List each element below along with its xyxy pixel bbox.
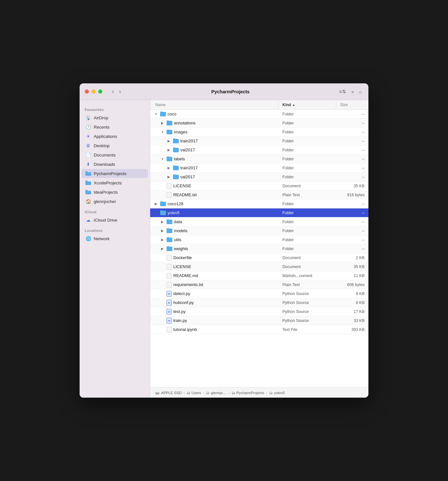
col-size-header[interactable]: Size [336,100,368,109]
toggle-icon[interactable] [160,192,165,198]
toggle-icon[interactable]: ▾ [160,130,165,135]
toggle-icon[interactable]: ▶ [166,165,171,171]
toggle-icon[interactable]: ▶ [160,121,165,126]
file-icon [167,192,172,198]
sidebar-item-label: iCloud Drive [94,218,117,223]
file-name-text: coco [168,112,176,116]
sidebar-item-icloud-drive[interactable]: ☁ iCloud Drive [82,215,148,224]
table-row[interactable]: ▾cocoFolder-- [150,110,368,119]
sidebar-item-recents[interactable]: 🕐 Recents [82,122,148,131]
recents-icon: 🕐 [85,124,91,130]
file-name-text: README.md [173,273,198,278]
table-row[interactable]: ▶dataFolder-- [150,217,368,226]
toggle-icon[interactable] [160,264,165,269]
toggle-icon[interactable]: ▶ [166,139,171,144]
search-icon[interactable]: ⌕ [358,88,363,96]
toggle-icon[interactable]: ▶ [160,219,165,224]
toggle-icon[interactable] [160,309,165,314]
sidebar-item-applications[interactable]: ✈ Applications [82,132,148,141]
breadcrumb-sep: › [184,391,185,395]
toggle-icon[interactable]: ▶ [160,246,165,251]
table-row[interactable]: ▶val2017Folder-- [150,173,368,181]
table-row[interactable]: requirements.txtPlain Text606 bytes [150,280,368,289]
kind-cell: Folder [279,112,336,116]
toggle-icon[interactable]: ▶ [153,201,159,207]
table-row[interactable]: ▶train2017Folder-- [150,164,368,173]
sidebar-item-desktop[interactable]: 🖥 Desktop [82,141,148,150]
table-row[interactable]: pyhubconf.pyPython Source6 KB [150,298,368,307]
col-kind-header[interactable]: Kind ▲ [279,100,336,109]
folder-icon [173,148,179,152]
content-area: Favourites 📡 AirDrop 🕐 Recents ✈ Applica… [80,100,368,398]
toggle-icon[interactable] [160,318,165,323]
table-row[interactable]: DockerfileDocument2 KB [150,253,368,262]
table-row[interactable]: LICENSEDocument35 KB [150,181,368,190]
table-row[interactable]: README.mdMarkdo...cument11 KB [150,271,368,280]
sidebar-item-downloads[interactable]: ⬇ Downloads [82,160,148,169]
toggle-icon[interactable]: ▶ [160,237,165,242]
toggle-icon[interactable]: ▾ [153,210,159,215]
folder-icon [167,238,172,242]
file-name-text: Dockerfile [173,255,192,260]
toggle-icon[interactable]: ▶ [160,228,165,233]
sidebar-item-glennjocher[interactable]: 🏠 glennjocher [82,197,148,206]
kind-cell: Markdo...cument [279,274,336,278]
desktop-icon: 🖥 [85,143,91,148]
table-row[interactable]: ▶annotationsFolder-- [150,119,368,128]
sidebar-item-airdrop[interactable]: 📡 AirDrop [82,113,148,122]
table-row[interactable]: ▾yolov5Folder-- [150,208,368,217]
size-cell: 35 KB [336,184,368,188]
table-row[interactable]: ▾imagesFolder-- [150,128,368,137]
table-row[interactable]: pytest.pyPython Source17 KB [150,307,368,316]
table-row[interactable]: ▶train2017Folder-- [150,137,368,146]
table-row[interactable]: ▶utilsFolder-- [150,235,368,244]
col-name-header[interactable]: Name [150,100,279,109]
close-button[interactable] [85,89,89,94]
table-row[interactable]: LICENSEDocument35 KB [150,262,368,271]
table-row[interactable]: tutorial.ipynbText File393 KB [150,325,368,334]
size-cell: -- [336,130,368,134]
size-cell: -- [336,211,368,215]
toggle-icon[interactable] [160,183,165,189]
toggle-icon[interactable]: ▾ [153,112,159,117]
python-file-icon: py [167,318,172,324]
file-list: ▾cocoFolder--▶annotationsFolder--▾images… [150,110,368,387]
toggle-icon[interactable]: ▶ [166,174,171,180]
more-options-icon[interactable]: » [350,88,355,96]
sidebar-item-pycharmprojects[interactable]: PycharmProjects [82,169,148,178]
toggle-icon[interactable]: ▶ [166,148,171,153]
toggle-icon[interactable]: ▾ [160,156,165,162]
sort-arrow-icon: ▲ [292,103,295,106]
size-cell: -- [336,157,368,161]
toggle-icon[interactable] [160,273,165,278]
minimize-button[interactable] [91,89,96,94]
file-name-text: coco128 [168,201,183,206]
table-row[interactable]: ▶weightsFolder-- [150,244,368,253]
sidebar-item-label: Documents [94,153,116,157]
size-cell: 33 KB [336,318,368,323]
toggle-icon[interactable] [160,255,165,260]
sidebar-item-documents[interactable]: 📄 Documents [82,150,148,159]
sidebar-item-xcodeprojects[interactable]: XcodeProjects [82,178,148,187]
sidebar-item-ideaprojects[interactable]: IdeaProjects [82,188,148,197]
size-cell: -- [336,166,368,170]
forward-button[interactable]: › [117,88,123,96]
toggle-icon[interactable] [160,291,165,296]
file-icon [167,255,172,261]
table-row[interactable]: ▶val2017Folder-- [150,146,368,155]
toggle-icon[interactable] [160,282,165,287]
toggle-icon[interactable] [160,300,165,305]
maximize-button[interactable] [98,89,102,94]
table-row[interactable]: ▶modelsFolder-- [150,226,368,235]
name-cell: ▶weights [150,246,279,251]
table-row[interactable]: ▶coco128Folder-- [150,199,368,208]
table-row[interactable]: ▾labelsFolder-- [150,155,368,164]
table-row[interactable]: pytrain.pyPython Source33 KB [150,316,368,325]
size-cell: 916 bytes [336,193,368,197]
back-button[interactable]: ‹ [110,88,116,96]
sidebar-item-network[interactable]: 🌐 Network [82,234,148,243]
table-row[interactable]: pydetect.pyPython Source8 KB [150,289,368,298]
toggle-icon[interactable] [160,327,165,332]
table-row[interactable]: README.txtPlain Text916 bytes [150,190,368,199]
view-options-icon[interactable]: ≡⇅ [338,88,348,96]
